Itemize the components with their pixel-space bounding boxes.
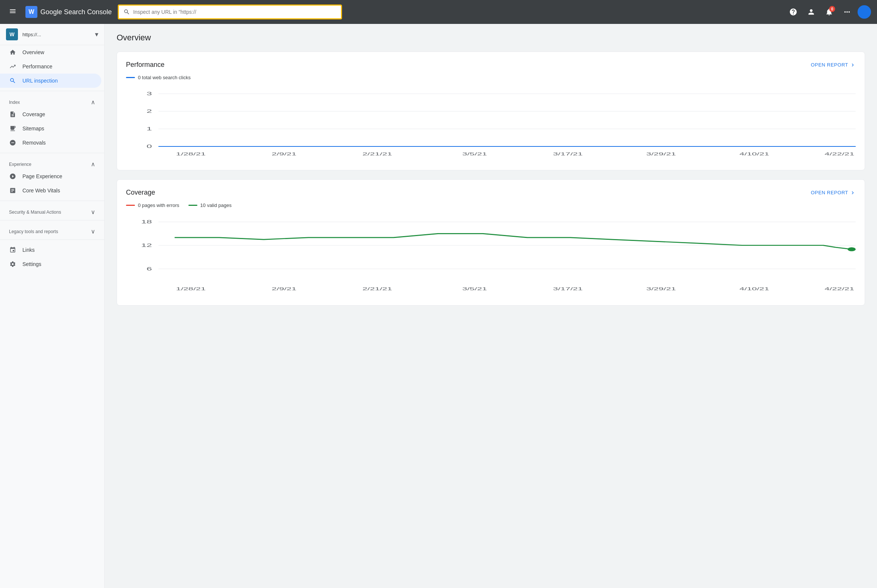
performance-card-title: Performance xyxy=(126,61,164,69)
settings-icon xyxy=(9,261,17,267)
chevron-down-icon-3: ∨ xyxy=(91,208,95,216)
performance-legend: 0 total web search clicks xyxy=(126,75,856,80)
nav-divider-2 xyxy=(0,153,104,153)
svg-text:3/17/21: 3/17/21 xyxy=(553,152,583,156)
coverage-card: Coverage OPEN REPORT 0 pages with errors… xyxy=(117,179,865,306)
section-experience[interactable]: Experience ∧ xyxy=(0,156,104,169)
svg-text:3/17/21: 3/17/21 xyxy=(553,286,583,291)
legend-item-clicks: 0 total web search clicks xyxy=(126,75,191,80)
sidebar-item-label: Links xyxy=(23,247,35,253)
main-nav: Overview Performance URL inspection Inde… xyxy=(0,45,104,271)
performance-open-report-button[interactable]: OPEN REPORT xyxy=(811,62,856,68)
legend-line-clicks xyxy=(126,77,135,78)
svg-text:4/22/21: 4/22/21 xyxy=(825,152,854,156)
legend-label-errors: 0 pages with errors xyxy=(138,202,179,208)
chevron-up-icon-2: ∧ xyxy=(91,160,95,168)
sidebar-item-links[interactable]: Links xyxy=(0,243,101,257)
legend-label-clicks: 0 total web search clicks xyxy=(138,75,191,80)
coverage-chart: 18 12 6 1/28/21 2/9/21 2/21/21 3/5/21 3/… xyxy=(126,214,856,296)
home-icon xyxy=(9,49,17,56)
svg-point-23 xyxy=(847,247,856,251)
coverage-card-title: Coverage xyxy=(126,189,155,196)
section-legacy[interactable]: Legacy tools and reports ∨ xyxy=(0,224,104,237)
legend-line-valid xyxy=(188,205,197,206)
main-content: Overview Performance OPEN REPORT 0 total… xyxy=(105,24,877,588)
svg-text:2/9/21: 2/9/21 xyxy=(272,152,296,156)
sidebar-item-label: Sitemaps xyxy=(23,126,44,132)
trending-up-icon xyxy=(9,63,17,70)
sidebar-item-label: Coverage xyxy=(23,111,45,117)
user-avatar[interactable] xyxy=(857,5,871,19)
nav-divider-5 xyxy=(0,240,104,240)
sidebar-item-url-inspection[interactable]: URL inspection xyxy=(0,74,101,88)
performance-chart: 3 2 1 0 1/28/21 2/9/21 2/21/21 3/5/21 3/… xyxy=(126,86,856,161)
logo-icon: W xyxy=(26,6,38,18)
performance-card: Performance OPEN REPORT 0 total web sear… xyxy=(117,51,865,170)
url-search-bar[interactable] xyxy=(118,4,342,20)
sidebar-item-label: Overview xyxy=(23,49,44,55)
svg-text:3: 3 xyxy=(146,91,152,96)
sidebar-item-core-web-vitals[interactable]: Core Web Vitals xyxy=(0,183,101,198)
menu-icon[interactable] xyxy=(6,4,20,20)
app-name: Google Search Console xyxy=(41,8,112,16)
svg-text:3/5/21: 3/5/21 xyxy=(462,286,487,291)
help-button[interactable] xyxy=(786,4,801,20)
svg-text:2/21/21: 2/21/21 xyxy=(363,152,393,156)
sidebar-item-settings[interactable]: Settings xyxy=(0,257,101,271)
sidebar-item-overview[interactable]: Overview xyxy=(0,45,101,59)
core-web-vitals-icon xyxy=(9,187,17,194)
coverage-icon xyxy=(9,111,17,118)
sidebar-item-label: URL inspection xyxy=(23,78,57,84)
sidebar-item-sitemaps[interactable]: Sitemaps xyxy=(0,122,101,136)
nav-divider-4 xyxy=(0,220,104,220)
chevron-down-icon-4: ∨ xyxy=(91,228,95,235)
sidebar-item-removals[interactable]: Removals xyxy=(0,136,101,150)
coverage-legend: 0 pages with errors 10 valid pages xyxy=(126,202,856,208)
page-experience-icon xyxy=(9,173,17,180)
sidebar-item-label: Core Web Vitals xyxy=(23,188,60,194)
notification-badge: 0 xyxy=(829,6,835,12)
section-label: Legacy tools and reports xyxy=(9,229,58,234)
app-logo: W Google Search Console xyxy=(26,6,112,18)
section-security[interactable]: Security & Manual Actions ∨ xyxy=(0,204,104,217)
search-nav-icon xyxy=(9,77,17,84)
sidebar-item-coverage[interactable]: Coverage xyxy=(0,107,101,122)
svg-text:12: 12 xyxy=(141,243,152,248)
apps-button[interactable] xyxy=(839,4,854,20)
svg-text:0: 0 xyxy=(146,144,152,148)
account-settings-button[interactable] xyxy=(804,4,819,20)
legend-item-valid: 10 valid pages xyxy=(188,202,232,208)
sidebar-item-label: Settings xyxy=(23,261,42,267)
svg-text:1: 1 xyxy=(146,126,152,131)
page-title: Overview xyxy=(117,33,865,43)
sidebar-item-label: Removals xyxy=(23,140,46,146)
coverage-open-report-button[interactable]: OPEN REPORT xyxy=(811,190,856,196)
section-label: Index xyxy=(9,100,20,105)
url-search-input[interactable] xyxy=(133,9,337,15)
notifications-button[interactable]: 0 xyxy=(822,4,836,20)
svg-text:6: 6 xyxy=(146,266,152,272)
section-index[interactable]: Index ∧ xyxy=(0,94,104,107)
sidebar-item-performance[interactable]: Performance xyxy=(0,59,101,74)
svg-text:3/5/21: 3/5/21 xyxy=(462,152,487,156)
sidebar-item-label: Page Experience xyxy=(23,173,62,179)
wp-icon: W xyxy=(6,28,18,40)
svg-text:1/28/21: 1/28/21 xyxy=(176,152,206,156)
legend-line-errors xyxy=(126,205,135,206)
section-label: Experience xyxy=(9,162,32,167)
svg-text:4/10/21: 4/10/21 xyxy=(739,286,769,291)
sidebar: W https://... ▾ Overview Performance xyxy=(0,24,105,588)
site-selector[interactable]: W https://... ▾ xyxy=(0,24,104,45)
sidebar-item-page-experience[interactable]: Page Experience xyxy=(0,169,101,183)
chevron-up-icon: ∧ xyxy=(91,99,95,106)
search-icon xyxy=(123,9,130,15)
svg-text:2/21/21: 2/21/21 xyxy=(363,286,393,291)
legend-item-errors: 0 pages with errors xyxy=(126,202,179,208)
svg-text:2/9/21: 2/9/21 xyxy=(272,286,296,291)
nav-divider-1 xyxy=(0,91,104,91)
nav-divider-3 xyxy=(0,201,104,201)
svg-text:4/22/21: 4/22/21 xyxy=(825,286,854,291)
sidebar-item-label: Performance xyxy=(23,63,52,69)
site-dropdown-icon[interactable]: ▾ xyxy=(95,30,98,39)
legend-label-valid: 10 valid pages xyxy=(200,202,232,208)
